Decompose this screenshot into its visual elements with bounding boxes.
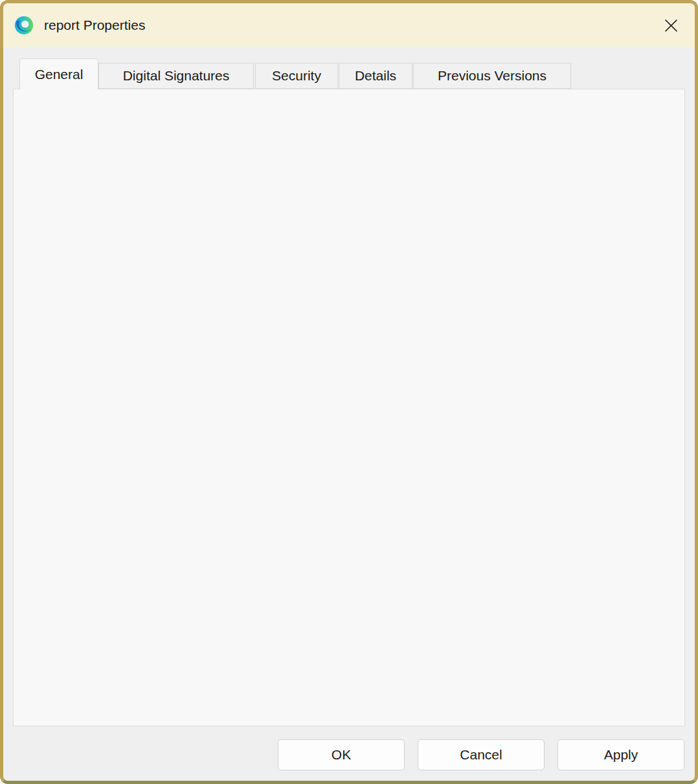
tab-digital-signatures[interactable]: Digital Signatures — [98, 63, 254, 89]
tab-details[interactable]: Details — [339, 63, 412, 89]
apply-button[interactable]: Apply — [557, 739, 684, 770]
close-icon — [664, 19, 678, 32]
general-tab-page — [13, 89, 685, 726]
titlebar: report Properties — [3, 3, 695, 47]
tab-previous-versions[interactable]: Previous Versions — [413, 63, 571, 89]
window-title: report Properties — [44, 17, 145, 33]
cancel-button[interactable]: Cancel — [418, 739, 545, 770]
edge-logo-icon — [14, 16, 34, 35]
ok-button[interactable]: OK — [278, 739, 405, 770]
tab-general[interactable]: General — [19, 58, 98, 89]
properties-dialog: report Properties General Digital Signat… — [0, 0, 698, 784]
tab-security[interactable]: Security — [255, 63, 338, 89]
close-button[interactable] — [659, 13, 683, 38]
